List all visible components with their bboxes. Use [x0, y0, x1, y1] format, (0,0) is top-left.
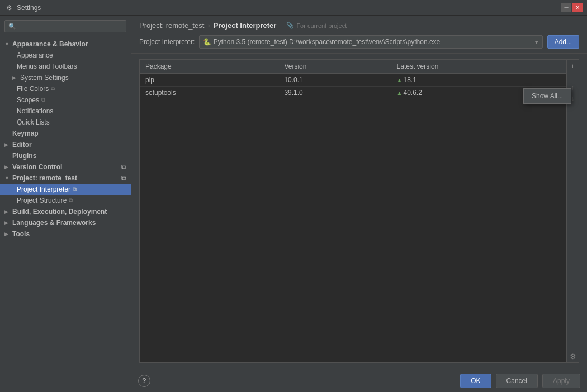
sidebar-item-tools[interactable]: ▶ Tools: [0, 228, 131, 240]
sidebar-item-scopes[interactable]: Scopes ⧉: [0, 94, 131, 106]
content-header: Project: remote_test › Project Interpret…: [131, 16, 587, 54]
content-area: Project: remote_test › Project Interpret…: [131, 16, 587, 392]
sidebar-child-label: Menus and Toolbars: [17, 63, 77, 70]
sidebar-section-label: Tools: [12, 230, 30, 238]
search-wrap[interactable]: 🔍: [4, 20, 126, 32]
sidebar-child-label: Project Structure: [17, 197, 67, 204]
add-button[interactable]: Add...: [547, 35, 579, 49]
table-header-row: Package Version Latest version: [140, 60, 566, 74]
sidebar-section-label: Languages & Frameworks: [12, 219, 96, 227]
col-package: Package: [140, 60, 278, 74]
bottom-bar: ? OK Cancel Apply: [131, 369, 587, 392]
package-tbody: pip10.0.1▲18.1setuptools39.1.0▲40.6.2: [140, 74, 566, 99]
cell-package: setuptools: [140, 87, 278, 99]
sidebar-item-file-colors[interactable]: File Colors ⧉: [0, 83, 131, 94]
package-section: Package Version Latest version pip10.0.1…: [131, 54, 587, 369]
sidebar-item-keymap[interactable]: Keymap: [0, 128, 131, 139]
breadcrumb-separator: ›: [207, 21, 210, 30]
sidebar-item-notifications[interactable]: Notifications: [0, 106, 131, 117]
remove-package-button[interactable]: −: [568, 71, 578, 82]
apply-button[interactable]: Apply: [542, 374, 580, 388]
sidebar-section-label: Keymap: [12, 130, 39, 137]
sidebar-item-appearance-behavior[interactable]: ▼ Appearance & Behavior: [0, 39, 131, 50]
external-icon: ⧉: [41, 97, 45, 103]
sidebar-child-label: File Colors: [17, 85, 49, 93]
sidebar-item-plugins[interactable]: Plugins: [0, 150, 131, 161]
expand-arrow-icon: ▶: [4, 142, 10, 147]
sidebar-child-label: Appearance: [17, 51, 53, 59]
package-table: Package Version Latest version pip10.0.1…: [140, 60, 566, 99]
show-all-popup: Show All...: [523, 88, 571, 104]
close-button[interactable]: ✕: [572, 3, 583, 12]
external-icon: ⧉: [69, 197, 73, 204]
sidebar: 🔍 ▼ Appearance & Behavior Appearance Men…: [0, 16, 131, 392]
sidebar-item-appearance[interactable]: Appearance: [0, 50, 131, 61]
sidebar-item-languages-frameworks[interactable]: ▶ Languages & Frameworks: [0, 217, 131, 228]
cell-package: pip: [140, 74, 278, 87]
breadcrumb-current: Project Interpreter: [214, 21, 277, 30]
up-arrow-icon: ▲: [397, 77, 403, 83]
interpreter-dropdown[interactable]: 🐍 Python 3.5 (remote_test) D:\workspace\…: [199, 35, 542, 49]
table-container: Package Version Latest version pip10.0.1…: [140, 60, 579, 362]
sidebar-section-label: Appearance & Behavior: [12, 40, 88, 48]
sidebar-item-project-structure[interactable]: Project Structure ⧉: [0, 195, 131, 206]
sidebar-section-label: Version Control: [12, 163, 62, 171]
note-icon: 📎: [286, 22, 294, 29]
add-button-wrap: Add... Show All...: [547, 35, 579, 49]
sidebar-section-label: Build, Execution, Deployment: [12, 208, 107, 216]
ok-button[interactable]: OK: [460, 374, 491, 388]
sidebar-item-system-settings[interactable]: ▶ System Settings: [0, 72, 131, 83]
up-arrow-icon: ▲: [397, 90, 403, 96]
add-package-button[interactable]: +: [568, 61, 578, 71]
sidebar-child-label: Project Interpreter: [17, 185, 70, 193]
tree-nav: ▼ Appearance & Behavior Appearance Menus…: [0, 36, 131, 392]
breadcrumb-note: 📎 For current project: [286, 22, 347, 29]
expand-arrow-icon: ▶: [4, 209, 10, 214]
expand-arrow-icon: ▶: [4, 231, 10, 237]
minimize-button[interactable]: ─: [561, 3, 571, 12]
sidebar-item-build-execution[interactable]: ▶ Build, Execution, Deployment: [0, 206, 131, 217]
help-button[interactable]: ?: [138, 375, 150, 387]
show-all-button[interactable]: Show All...: [524, 89, 571, 103]
expand-arrow-icon: ▶: [4, 220, 10, 226]
expand-arrow-icon: ▼: [4, 175, 10, 181]
window-controls: ─ ✕: [561, 3, 583, 12]
sidebar-item-quick-lists[interactable]: Quick Lists: [0, 117, 131, 128]
col-latest: Latest version: [391, 60, 566, 74]
settings-button[interactable]: ⚙: [568, 351, 578, 361]
side-toolbar: + − ↑ ↓ ⚙: [566, 60, 579, 362]
cancel-button[interactable]: Cancel: [496, 374, 538, 388]
window-title: Settings: [17, 4, 558, 12]
interpreter-row: Project Interpreter: 🐍 Python 3.5 (remot…: [139, 35, 579, 49]
sidebar-item-project[interactable]: ▼ Project: remote_test ⧉: [0, 173, 131, 184]
sidebar-item-menus-toolbars[interactable]: Menus and Toolbars: [0, 61, 131, 72]
external-icon: ⧉: [51, 85, 55, 92]
search-box: 🔍: [0, 16, 131, 36]
sidebar-section-label: Editor: [12, 141, 32, 149]
sidebar-item-version-control[interactable]: ▶ Version Control ⧉: [0, 161, 131, 173]
breadcrumb-parent: Project: remote_test: [139, 21, 204, 30]
search-input[interactable]: [18, 22, 122, 30]
sidebar-item-project-interpreter[interactable]: Project Interpreter ⧉: [0, 184, 131, 195]
interpreter-dropdown-wrap: 🐍 Python 3.5 (remote_test) D:\workspace\…: [199, 35, 542, 49]
cell-latest: ▲18.1: [391, 74, 566, 87]
bottom-left: ?: [138, 375, 150, 387]
external-icon: ⧉: [73, 186, 77, 193]
col-version: Version: [278, 60, 391, 74]
window-icon: ⚙: [4, 3, 13, 12]
breadcrumb: Project: remote_test › Project Interpret…: [139, 21, 579, 30]
expand-arrow-icon: ▶: [4, 164, 10, 170]
table-row: setuptools39.1.0▲40.6.2: [140, 87, 566, 99]
sidebar-child-label: Scopes: [17, 96, 39, 104]
package-table-wrap: Package Version Latest version pip10.0.1…: [139, 59, 579, 363]
external-icon: ⧉: [121, 163, 126, 171]
sidebar-section-label: Plugins: [12, 152, 36, 160]
expand-arrow-icon: ▶: [12, 75, 18, 80]
main-layout: 🔍 ▼ Appearance & Behavior Appearance Men…: [0, 16, 587, 392]
cell-version: 39.1.0: [278, 87, 391, 99]
sidebar-child-label: Quick Lists: [17, 118, 50, 126]
external-icon: ⧉: [121, 174, 126, 182]
expand-arrow-icon: ▼: [4, 41, 10, 47]
sidebar-section-label: Project: remote_test: [12, 174, 77, 182]
sidebar-item-editor[interactable]: ▶ Editor: [0, 139, 131, 150]
